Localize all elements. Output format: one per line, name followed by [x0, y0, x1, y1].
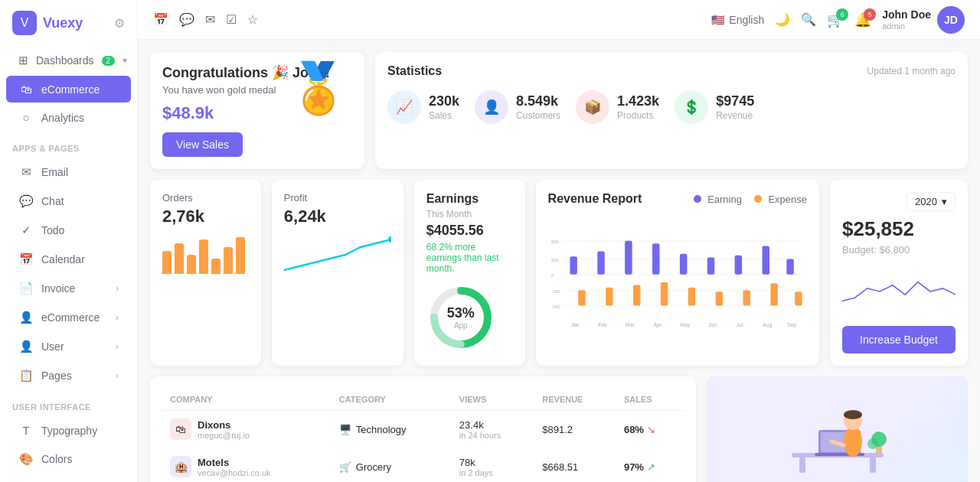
table-body: 🛍 Dixons meguc@ruj.io 🖥️: [162, 411, 684, 483]
stats-grid: 📈 230k Sales 👤 8.549k Customers: [387, 90, 956, 124]
sidebar-item-feather[interactable]: ✦ Feather: [6, 474, 131, 482]
user-label: User: [41, 340, 64, 353]
chat-icon: 💬: [18, 194, 34, 208]
col-revenue: REVENUE: [534, 389, 616, 411]
earnings-compare: 68.2% more earnings than last month.: [426, 242, 513, 274]
stat-revenue-value: $9745: [716, 93, 754, 110]
svg-rect-14: [570, 256, 577, 275]
svg-text:-100: -100: [550, 288, 560, 294]
sidebar-item-todo[interactable]: ✓ Todo: [6, 217, 131, 244]
user-avatar[interactable]: JD: [937, 6, 965, 34]
cart-icon-wrapper[interactable]: 🛒 6: [827, 11, 844, 28]
sidebar-item-invoice[interactable]: 📄 Invoice ›: [6, 275, 131, 302]
company-icon-motels: 🏨: [170, 456, 191, 477]
svg-rect-22: [680, 254, 687, 275]
language-selector[interactable]: 🇺🇸 English: [711, 14, 764, 26]
expense-dot: [754, 195, 762, 203]
ecommerce-label: eCommerce: [41, 83, 100, 96]
earnings-chart: 53% App: [426, 283, 513, 352]
sales-pct: 68%: [624, 424, 644, 435]
views-value: 23.4k: [459, 419, 527, 431]
star-header-icon[interactable]: ☆: [247, 12, 258, 27]
sidebar-item-calendar[interactable]: 📅 Calendar: [6, 246, 131, 273]
chat-header-icon[interactable]: 💬: [179, 12, 194, 27]
sidebar-item-dashboards[interactable]: ⊞ Dashboards 2 ▾: [6, 47, 131, 74]
sidebar-item-email[interactable]: ✉ Email: [6, 158, 131, 186]
sidebar: V Vuexy ⚙ ⊞ Dashboards 2 ▾ 🛍 eCommerce ○…: [0, 0, 138, 482]
bar3: [187, 255, 196, 274]
svg-rect-24: [707, 258, 714, 275]
row-table-meetup: COMPANY CATEGORY VIEWS REVENUE SALES 🛍: [150, 376, 968, 482]
col-category: CATEGORY: [332, 389, 452, 411]
svg-rect-20: [652, 243, 659, 275]
meetup-card: THU Developer Meetup Buy Now: [707, 376, 968, 482]
earning-label: Earning: [707, 194, 742, 205]
svg-text:May: May: [680, 322, 690, 328]
sidebar-item-chat[interactable]: 💬 Chat: [6, 187, 131, 215]
category-icon: 🖥️: [339, 424, 351, 435]
view-sales-button[interactable]: View Sales: [162, 132, 243, 157]
sidebar-item-analytics[interactable]: ○ Analytics: [6, 104, 131, 131]
year-select[interactable]: 2020 ▾: [906, 192, 956, 211]
pages-arrow: ›: [116, 370, 119, 381]
stat-products: 📦 1.423k Products: [576, 90, 659, 124]
stat-customers-value: 8.549k: [516, 93, 560, 110]
svg-rect-25: [715, 291, 722, 305]
search-icon[interactable]: 🔍: [801, 12, 816, 27]
dashboards-badge: 2: [102, 56, 116, 66]
sales-cell: 97% ↗: [616, 448, 684, 483]
sidebar-item-ecommerce[interactable]: 🛍 eCommerce: [6, 76, 131, 103]
views-sub: in 2 days: [459, 468, 527, 477]
revenue-card: Revenue Report Earning Expense: [536, 180, 819, 366]
sidebar-item-user[interactable]: 👤 User ›: [6, 333, 131, 360]
sidebar-item-ecommerce-nav[interactable]: 👤 eCommerce ›: [6, 304, 131, 331]
stat-revenue-icon: 💲: [675, 90, 708, 124]
meetup-illustration: [776, 392, 899, 476]
sidebar-item-typography[interactable]: T Typography: [6, 417, 131, 444]
settings-icon[interactable]: ⚙: [114, 16, 125, 31]
donut-label: App: [447, 321, 475, 330]
col-company: COMPANY: [162, 389, 332, 411]
profit-title: Profit: [284, 192, 391, 204]
stat-revenue: 💲 $9745 Revenue: [675, 90, 754, 124]
typography-label: Typography: [41, 425, 97, 437]
stat-products-value: 1.423k: [617, 93, 659, 110]
svg-rect-18: [625, 241, 632, 275]
revenue-title: Revenue Report: [548, 192, 642, 206]
check-header-icon[interactable]: ☑: [226, 12, 237, 27]
profit-value: 6,24k: [284, 207, 391, 226]
trend-icon: ↘: [647, 424, 655, 435]
user-profile[interactable]: John Doe admin JD: [882, 6, 965, 34]
dashboards-label: Dashboards: [36, 54, 94, 67]
table-header: COMPANY CATEGORY VIEWS REVENUE SALES: [162, 389, 684, 411]
table-row: 🛍 Dixons meguc@ruj.io 🖥️: [162, 411, 684, 448]
svg-point-0: [388, 236, 391, 243]
company-table-card: COMPANY CATEGORY VIEWS REVENUE SALES 🛍: [150, 376, 696, 482]
svg-point-53: [867, 438, 878, 449]
analytics-label: Analytics: [41, 112, 84, 124]
moon-icon[interactable]: 🌙: [775, 12, 790, 27]
calendar-header-icon[interactable]: 📅: [153, 12, 168, 27]
svg-rect-23: [688, 288, 694, 306]
pages-icon: 📋: [18, 369, 34, 383]
svg-text:Apr: Apr: [653, 322, 662, 328]
content-area: Congratulations 🎉 John! You have won gol…: [138, 40, 980, 482]
increase-budget-button[interactable]: Increase Budget: [842, 326, 956, 353]
colors-label: Colors: [41, 453, 72, 465]
ecommerce-nav-arrow: ›: [116, 312, 119, 323]
sidebar-item-pages[interactable]: 📋 Pages ›: [6, 362, 131, 389]
orders-value: 2,76k: [162, 207, 249, 226]
dashboards-arrow: ▾: [122, 55, 127, 66]
svg-rect-29: [770, 283, 777, 305]
revenue-cell: $668.51: [534, 448, 616, 483]
bar1: [162, 251, 172, 274]
views-sub: in 24 hours: [459, 431, 527, 440]
company-name: Dixons: [198, 419, 250, 431]
orders-card: Orders 2,76k: [150, 180, 261, 366]
sales-cell: 68% ↘: [616, 411, 684, 448]
earning-dot: [694, 195, 701, 203]
sidebar-item-colors[interactable]: 🎨 Colors: [6, 445, 131, 473]
notification-icon-wrapper[interactable]: 🔔 5: [854, 11, 871, 28]
mail-header-icon[interactable]: ✉: [205, 12, 215, 27]
todo-label: Todo: [41, 224, 64, 236]
